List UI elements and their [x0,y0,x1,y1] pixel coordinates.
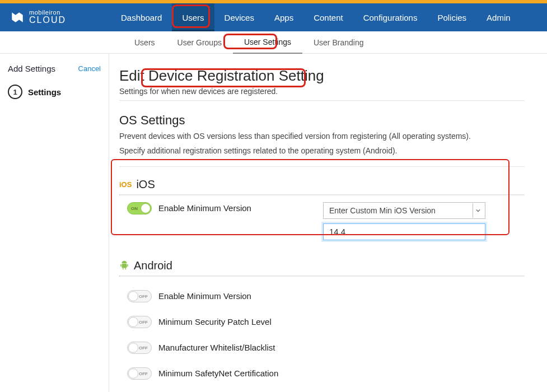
divider [119,166,525,167]
ios-section-header: iOS iOS [119,178,525,191]
nav-policies[interactable]: Policies [427,3,476,31]
brand-logo-icon [10,10,25,25]
brand-text: mobileiron CLOUD [29,10,66,25]
top-nav: mobileiron CLOUD Dashboard Users Devices… [0,3,547,31]
ios-label: iOS [136,178,155,191]
os-settings-heading: OS Settings [119,113,525,128]
toggle-off-text: OFF [139,293,148,298]
android-icon [119,260,129,270]
svg-rect-5 [123,268,124,270]
android-enable-min-version-toggle[interactable]: OFF [127,290,152,302]
nav-configurations[interactable]: Configurations [353,3,428,31]
android-safetynet-label: Minimum SafetyNet Certification [158,368,278,378]
svg-rect-4 [127,264,128,267]
main-content: Edit Device Registration Setting Setting… [109,54,547,392]
ios-enable-min-version-label: Enable Minimum Version [158,203,251,213]
android-safetynet-toggle[interactable]: OFF [127,367,152,380]
android-section-header: Android [119,259,525,272]
android-min-security-patch-toggle[interactable]: OFF [127,316,152,328]
step-number: 1 [8,85,22,99]
brand: mobileiron CLOUD [10,10,66,25]
ios-custom-min-version-input[interactable] [323,223,485,240]
cancel-link[interactable]: Cancel [78,64,101,73]
android-label: Android [134,259,172,272]
nav-apps[interactable]: Apps [264,3,303,31]
toggle-knob [128,343,138,353]
chevron-down-icon [473,203,483,218]
divider [119,100,525,101]
toggle-off-text: OFF [139,345,148,350]
toggle-knob [128,317,138,327]
toggle-knob [141,203,151,213]
nav-items: Dashboard Users Devices Apps Content Con… [111,3,521,31]
toggle-off-text: OFF [139,319,148,324]
toggle-on-text: ON [131,206,138,211]
sidebar: Add Settings Cancel 1 Settings [0,54,109,392]
nav-dashboard[interactable]: Dashboard [111,3,172,31]
toggle-off-text: OFF [139,371,148,376]
wizard-step-1[interactable]: 1 Settings [8,85,101,99]
toggle-knob [128,291,138,301]
sub-nav: Users User Groups User Settings User Bra… [0,31,547,54]
android-min-security-patch-label: Minimum Security Patch Level [158,317,272,326]
step-label: Settings [28,87,61,97]
nav-users[interactable]: Users [172,3,214,31]
brand-line2: CLOUD [29,16,66,25]
svg-rect-2 [122,264,127,268]
divider [119,194,525,195]
android-enable-min-version-label: Enable Minimum Version [158,291,251,301]
ios-enable-min-version-toggle[interactable]: ON [127,202,152,214]
nav-admin[interactable]: Admin [476,3,521,31]
page-subtitle: Settings for when new devices are regist… [119,87,525,96]
nav-content[interactable]: Content [303,3,353,31]
subnav-user-groups[interactable]: User Groups [166,31,233,54]
toggle-knob [128,368,138,379]
svg-rect-6 [125,268,127,270]
ios-min-version-select-label: Enter Custom Min iOS Version [329,206,436,215]
page-title: Edit Device Registration Setting [119,67,525,85]
nav-devices[interactable]: Devices [214,3,264,31]
ios-icon: iOS [119,180,132,189]
subnav-users[interactable]: Users [123,31,166,54]
subnav-user-branding[interactable]: User Branding [302,31,375,54]
svg-rect-3 [120,264,121,267]
subnav-user-settings[interactable]: User Settings [233,31,302,54]
os-settings-desc1: Prevent devices with OS versions less th… [119,130,525,142]
android-manufacturer-whitelist-label: Manufacturer Whitelist/Blacklist [158,343,275,352]
divider [119,276,525,277]
os-settings-desc2: Specify additional registration settings… [119,144,525,157]
android-manufacturer-whitelist-toggle[interactable]: OFF [127,342,152,354]
ios-min-version-select[interactable]: Enter Custom Min iOS Version [323,202,485,219]
sidebar-title: Add Settings [8,64,55,73]
